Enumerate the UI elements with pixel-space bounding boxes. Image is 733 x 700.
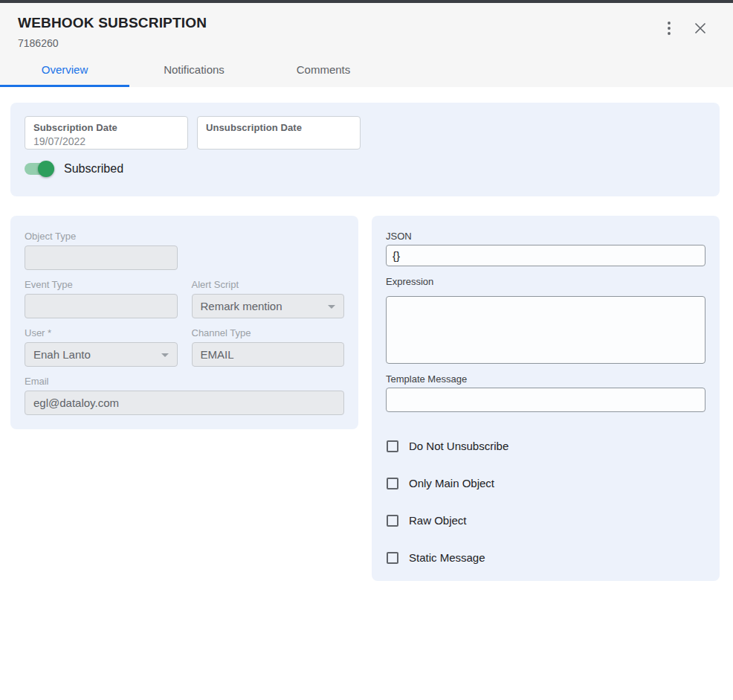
json-field: JSON [386,231,705,266]
tab-bar: Overview Notifications Comments [0,55,733,87]
checkbox-label: Do Not Unsubscribe [409,440,508,452]
message-card: JSON Expression Template Message Do Not … [372,216,720,581]
event-type-input [25,294,178,318]
header-actions [659,18,711,39]
json-input[interactable] [386,245,705,266]
unsubscription-date-label: Unsubscription Date [206,122,352,133]
grid-spacer [192,231,345,270]
user-label: User * [25,327,178,338]
subscribed-toggle[interactable] [25,163,53,175]
tab-overview[interactable]: Overview [0,55,129,87]
subscribed-toggle-row: Subscribed [25,162,705,176]
date-fields-row: Subscription Date 19/07/2022 Unsubscript… [25,116,705,150]
email-field: Email egl@dataloy.com [25,376,344,415]
checkbox-row-raw-object[interactable]: Raw Object [387,514,705,527]
email-label: Email [25,376,344,387]
checkbox-row-do-not-unsubscribe[interactable]: Do Not Unsubscribe [387,440,705,452]
template-message-label: Template Message [386,373,705,385]
subscription-date-field[interactable]: Subscription Date 19/07/2022 [25,116,188,150]
title-block: WEBHOOK SUBSCRIPTION 7186260 [18,15,207,49]
alert-script-label: Alert Script [192,279,345,290]
chevron-down-icon [161,353,169,357]
kebab-menu-icon [668,22,671,35]
email-input: egl@dataloy.com [25,391,344,415]
subscription-date-label: Subscription Date [33,122,179,133]
alert-script-value: Remark mention [201,300,282,312]
event-type-field: Event Type [25,279,178,318]
checkbox-row-static-message[interactable]: Static Message [387,551,705,564]
user-value: Enah Lanto [33,348,91,361]
overview-tab-content: Subscription Date 19/07/2022 Unsubscript… [0,87,733,581]
tab-notifications[interactable]: Notifications [129,55,259,87]
more-options-button[interactable] [659,18,679,39]
close-button[interactable] [690,18,711,39]
expression-label: Expression [386,276,705,287]
checkbox-label: Raw Object [409,514,467,527]
event-type-label: Event Type [25,279,178,290]
unsubscription-date-field[interactable]: Unsubscription Date [197,116,361,150]
object-type-input [25,245,178,270]
close-icon [694,22,706,34]
checkbox-group: Do Not Unsubscribe Only Main Object Raw … [386,440,705,564]
object-type-label: Object Type [25,231,178,242]
user-select: Enah Lanto [25,342,178,367]
subscribed-label: Subscribed [64,162,123,176]
checkbox-icon[interactable] [387,515,398,527]
dialog-header: WEBHOOK SUBSCRIPTION 7186260 Overview No… [0,3,733,87]
record-id: 7186260 [18,37,207,49]
unsubscription-date-value [206,135,352,147]
tab-comments[interactable]: Comments [259,55,388,87]
alert-script-select: Remark mention [192,294,345,318]
expression-textarea[interactable] [386,296,705,364]
expression-field: Expression [386,276,705,364]
object-type-field: Object Type [25,231,178,270]
template-message-field: Template Message [386,373,705,412]
page-title: WEBHOOK SUBSCRIPTION [18,15,207,31]
channel-type-field: Channel Type EMAIL [192,327,345,367]
channel-type-value: EMAIL [201,348,234,361]
webhook-subscription-dialog: WEBHOOK SUBSCRIPTION 7186260 Overview No… [0,0,733,581]
details-card: Object Type Event Type Alert Script [10,216,358,429]
checkbox-icon[interactable] [387,440,398,452]
json-label: JSON [386,231,705,242]
alert-script-field: Alert Script Remark mention [192,279,345,318]
user-field: User * Enah Lanto [25,327,178,367]
form-columns: Object Type Event Type Alert Script [10,216,720,581]
checkbox-icon[interactable] [387,552,398,564]
template-message-input[interactable] [386,388,705,412]
channel-type-label: Channel Type [192,327,345,338]
subscription-date-value: 19/07/2022 [33,135,179,147]
checkbox-label: Only Main Object [409,477,494,489]
subscription-card: Subscription Date 19/07/2022 Unsubscript… [10,103,720,196]
chevron-down-icon [328,305,335,309]
email-value: egl@dataloy.com [33,396,119,409]
toggle-knob [38,161,54,177]
checkbox-icon[interactable] [387,478,398,489]
channel-type-input: EMAIL [192,342,345,367]
checkbox-label: Static Message [409,551,485,564]
checkbox-row-only-main-object[interactable]: Only Main Object [387,477,705,489]
